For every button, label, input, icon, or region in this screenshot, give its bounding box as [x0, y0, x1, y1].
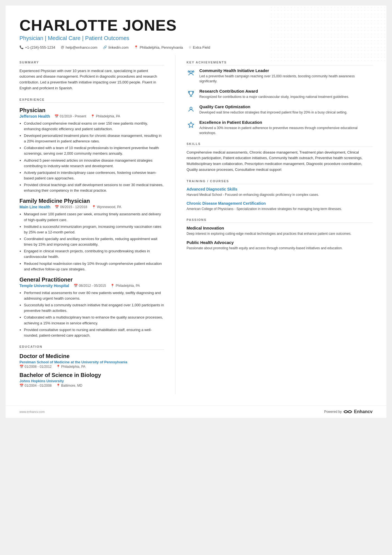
skills-title: SKILLS [187, 142, 373, 147]
training-1-title: Advanced Diagnostic Skills [187, 187, 373, 191]
job-2-meta: Main Line Health 📅 06/2015 - 12/2018 📍 W… [19, 205, 164, 209]
job-1-employer: Jefferson Health [19, 114, 50, 119]
enhancv-logo-icon [343, 409, 352, 415]
edu-1-degree: Doctor of Medicine [19, 353, 164, 359]
website-contact: 🔗 linkedin.com [103, 45, 128, 50]
job-3-employer: Temple University Hospital [19, 283, 69, 288]
job-2: Family Medicine Physician Main Line Heal… [19, 198, 164, 272]
training-1: Advanced Diagnostic Skills Harvard Medic… [187, 187, 373, 197]
bullet-item: Performed initial assessments for over 8… [24, 290, 164, 301]
training-1-desc: Harvard Medical School - Focused on enha… [187, 192, 373, 197]
achievement-3: Quality Care Optimization Developed wait… [187, 104, 373, 115]
calendar-icon: 📅 [54, 114, 59, 118]
pin-icon: 📍 [110, 284, 115, 288]
phone-contact: 📞 +1-(234)-555-1234 [19, 45, 55, 50]
job-2-title: Family Medicine Physician [19, 198, 164, 204]
job-1-dates: 📅 01/2019 - Present [54, 114, 86, 118]
achievement-2-desc: Recognized for contributions to a major … [199, 94, 349, 99]
passion-2-title: Public Health Advocacy [187, 240, 373, 245]
education-title: EDUCATION [19, 345, 164, 350]
bullet-item: Reduced hospital readmission rates by 10… [24, 261, 164, 272]
main-content: SUMMARY Experienced Physician with over … [6, 55, 386, 405]
achievement-2-content: Research Contribution Award Recognized f… [199, 89, 349, 99]
job-1-meta: Jefferson Health 📅 01/2019 - Present 📍 P… [19, 114, 164, 119]
calendar-icon: 📅 [19, 365, 24, 369]
job-3-meta: Temple University Hospital 📅 08/2012 - 0… [19, 283, 164, 288]
website-value: linkedin.com [108, 45, 128, 50]
header-section: CHARLOTTE JONES Physician | Medical Care… [6, 6, 386, 55]
job-3-title: General Practitioner [19, 277, 164, 283]
bullet-item: Provided clinical teachings and staff de… [24, 182, 164, 193]
achievement-4: Excellence in Patient Education Achieved… [187, 120, 373, 135]
bullet-item: Managed over 100 patient cases per week,… [24, 211, 164, 223]
achievement-2-title: Research Contribution Award [199, 89, 349, 93]
passions-title: PASSIONS [187, 218, 373, 223]
left-column: SUMMARY Experienced Physician with over … [19, 55, 175, 394]
skills-text: Comprehensive medical assessments, Chron… [187, 150, 373, 173]
pin-icon: 📍 [56, 365, 60, 369]
svg-point-2 [188, 71, 190, 72]
candidate-name: CHARLOTTE JONES [19, 17, 373, 34]
edu-2-meta: 📅 01/2004 - 01/2008 📍 Baltimore, MD [19, 384, 164, 388]
summary-section: SUMMARY Experienced Physician with over … [19, 61, 164, 91]
bullet-item: Actively participated in interdisciplina… [24, 170, 164, 181]
summary-text: Experienced Physician with over 10 years… [19, 68, 164, 91]
footer: www.enhancv.com Powered by Enhancv [6, 405, 386, 418]
job-2-location: 📍 Wynnewood, PA [92, 205, 121, 209]
footer-website: www.enhancv.com [19, 410, 45, 413]
training-title: TRAINING / COURSES [187, 179, 373, 184]
edu-1: Doctor of Medicine Perelman School of Me… [19, 353, 164, 369]
achievement-1-title: Community Health Initiative Leader [199, 68, 373, 73]
email-value: help@enhancv.com [66, 45, 97, 50]
quality-icon [187, 105, 195, 114]
training-2-title: Chronic Disease Management Certification [187, 201, 373, 206]
job-3-location: 📍 Philadelphia, PA [110, 284, 140, 288]
edu-2: Bachelor of Science in Biology Johns Hop… [19, 372, 164, 388]
bullet-item: Coordinated specialty and ancillary serv… [24, 236, 164, 247]
passion-2-desc: Passionate about promoting health equity… [187, 246, 373, 251]
bullet-item: Collaborated with a multidisciplinary te… [24, 315, 164, 326]
edu-1-school: Perelman School of Medicine at the Unive… [19, 360, 164, 364]
job-1-location: 📍 Philadelphia, PA [91, 114, 120, 118]
star-icon: ☆ [188, 45, 192, 49]
passion-1-title: Medical Innovation [187, 226, 373, 230]
right-column: KEY ACHIEVEMENTS Community Health Initia… [175, 55, 373, 394]
edu-2-school: Johns Hopkins University [19, 379, 164, 383]
job-2-bullets: Managed over 100 patient cases per week,… [19, 211, 164, 272]
achievement-3-desc: Developed wait time reduction strategies… [199, 110, 347, 115]
bullet-item: Developed personalized treatment plans f… [24, 133, 164, 144]
achievement-3-title: Quality Care Optimization [199, 104, 347, 109]
bullet-item: Instituted a successful immunization pro… [24, 224, 164, 235]
svg-point-1 [193, 71, 194, 72]
trophy-icon [187, 89, 195, 98]
svg-marker-4 [188, 122, 194, 127]
edu-1-dates: 📅 01/2008 - 01/2012 [19, 365, 52, 369]
job-3: General Practitioner Temple University H… [19, 277, 164, 338]
extra-value: Extra Field [193, 45, 210, 50]
calendar-icon: 📅 [55, 205, 59, 209]
phone-icon: 📞 [19, 45, 24, 49]
training-2: Chronic Disease Management Certification… [187, 201, 373, 211]
location-value: Philadelphia, Pennsylvania [140, 45, 183, 50]
summary-title: SUMMARY [19, 61, 164, 65]
pin-icon: 📍 [92, 205, 96, 209]
job-3-dates: 📅 08/2012 - 05/2015 [74, 284, 106, 288]
bullet-item: Engaged in clinical research projects, c… [24, 248, 164, 260]
link-icon: 🔗 [103, 45, 107, 49]
bullet-item: Conducted comprehensive medical exams on… [24, 121, 164, 132]
achievement-1-desc: Led a preventive health campaign reachin… [199, 74, 373, 84]
job-1-title: Physician [19, 107, 164, 114]
achievement-1: Community Health Initiative Leader Led a… [187, 68, 373, 84]
resume-container: CHARLOTTE JONES Physician | Medical Care… [6, 6, 386, 418]
location-icon: 📍 [134, 45, 138, 49]
location-contact: 📍 Philadelphia, Pennsylvania [134, 45, 183, 50]
community-icon [187, 69, 195, 78]
job-2-employer: Main Line Health [19, 205, 50, 209]
extra-contact: ☆ Extra Field [188, 45, 210, 50]
achievement-4-desc: Achieved a 30% increase in patient adher… [199, 125, 373, 135]
achievements-section: KEY ACHIEVEMENTS Community Health Initia… [187, 61, 373, 135]
job-1: Physician Jefferson Health 📅 01/2019 - P… [19, 107, 164, 194]
edu-2-degree: Bachelor of Science in Biology [19, 372, 164, 378]
job-3-bullets: Performed initial assessments for over 8… [19, 290, 164, 338]
edu-2-location: 📍 Baltimore, MD [56, 384, 82, 388]
